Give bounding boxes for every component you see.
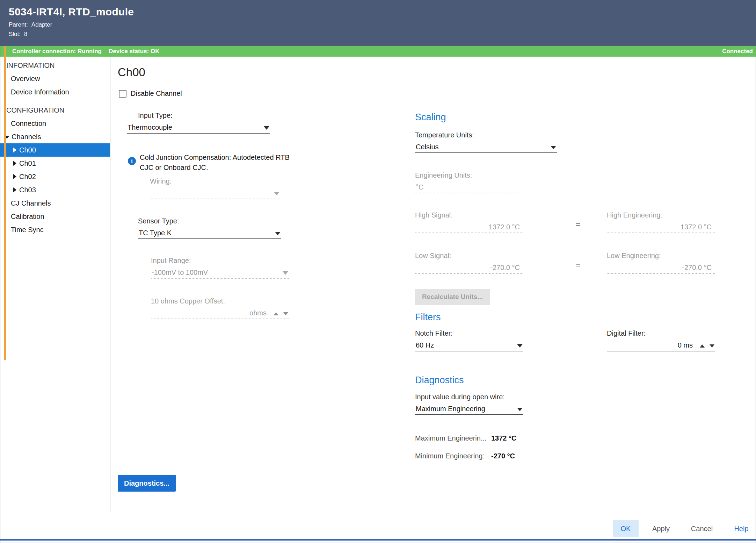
wiring-label: Wiring: [150,177,280,185]
chevron-down-icon [264,126,269,130]
device-status: Device status: OK [109,48,160,55]
sidebar-item-label: CJ Channels [11,199,51,207]
spinner-down-icon[interactable] [710,344,714,348]
wiring-dropdown [150,188,280,199]
chevron-right-icon [13,161,16,166]
chevron-right-icon [13,148,16,152]
recalculate-units-button: Recalculate Units... [415,289,490,305]
sidebar-item-ch03[interactable]: Ch03 [0,183,110,197]
sidebar-item-overview[interactable]: Overview [0,72,110,85]
notch-filter-field: Notch Filter: 60 Hz [415,329,523,351]
sidebar-item-device-information[interactable]: Device Information [0,85,110,99]
chevron-right-icon [13,174,16,179]
parent-value: Adapter [31,21,52,28]
sensor-type-field: Sensor Type: TC Type K [138,217,281,239]
sidebar-item-ch01[interactable]: Ch01 [0,157,110,170]
high-engineering-label: High Engineering: [607,211,715,219]
input-range-dropdown: -100mV to 100mV [151,267,289,279]
slot-row: Slot:8 [9,31,756,38]
high-engineering-input: 1372.0 °C [607,222,715,233]
equals-sign: = [576,261,580,270]
low-engineering-value: -270.0 °C [682,264,712,272]
sidebar-item-label: Overview [11,75,40,83]
low-signal-label: Low Signal: [415,251,523,260]
info-icon: i [128,157,136,165]
high-engineering-value: 1372.0 °C [681,223,712,231]
cancel-button[interactable]: Cancel [685,520,719,537]
low-engineering-input: -270.0 °C [607,263,715,274]
sensor-type-dropdown[interactable]: TC Type K [138,228,281,239]
notch-filter-dropdown[interactable]: 60 Hz [415,340,523,351]
chevron-right-icon [13,187,16,192]
section-header-label: CONFIGURATION [6,106,64,114]
input-range-value: -100mV to 100mV [152,269,208,277]
low-signal-input: -270.0 °C [415,263,523,274]
low-engineering-field: Low Engineering: -270.0 °C [607,251,715,274]
temperature-units-value: Celsius [416,143,439,151]
sidebar-item-ch00[interactable]: Ch00 [0,143,110,157]
sidebar: INFORMATION Overview Device Information … [0,57,110,543]
input-range-field: Input Range: -100mV to 100mV [151,256,289,279]
sidebar-item-label: Calibration [11,213,44,221]
chevron-down-icon [274,192,279,195]
digital-filter-label: Digital Filter: [607,329,715,337]
sidebar-item-channels[interactable]: Channels [0,130,110,143]
cjc-note: Cold Junction Compensation: Autodetected… [140,152,311,173]
engineering-units-field: Engineering Units: °C [415,171,520,193]
copper-offset-spin-buttons [274,312,288,315]
sidebar-item-ch02[interactable]: Ch02 [0,170,110,183]
sidebar-item-time-sync[interactable]: Time Sync [0,223,110,236]
open-wire-dropdown[interactable]: Maximum Engineering [415,404,523,415]
max-engineering-value: 1372 °C [491,434,517,442]
spinner-up-icon[interactable] [700,344,705,348]
input-type-value: Thermocouple [128,123,172,131]
input-type-dropdown[interactable]: Thermocouple [127,122,270,134]
window-bottom-accent [0,539,756,541]
sidebar-item-label: Channels [12,133,41,141]
help-button[interactable]: Help [727,520,755,537]
open-wire-field: Input value during open wire: Maximum En… [415,393,523,415]
high-signal-field: High Signal: 1372.0 °C [415,211,523,233]
apply-button[interactable]: Apply [644,520,678,537]
input-type-field: Input Type: Thermocouple [127,111,270,134]
chevron-down-icon [517,408,523,411]
chevron-down-icon [551,146,556,149]
slot-value: 8 [24,31,27,37]
chevron-down-icon [517,344,523,348]
sidebar-item-calibration[interactable]: Calibration [0,210,110,223]
sidebar-item-cj-channels[interactable]: CJ Channels [0,197,110,210]
chevron-down-icon [275,232,281,235]
page-title: Ch00 [118,66,145,79]
sidebar-item-label: Ch02 [19,173,36,181]
open-wire-label: Input value during open wire: [415,393,523,401]
notch-filter-label: Notch Filter: [415,329,523,337]
sidebar-section-information: INFORMATION [0,59,110,72]
sidebar-item-label: Ch00 [19,146,36,154]
engineering-units-value: °C [416,183,423,191]
controller-connection-status: Controller connection: Running [12,48,102,55]
window-title: 5034-IRT4I, RTD_module [9,6,756,18]
diagnostics-heading: Diagnostics [415,375,464,386]
cjc-note-line2: CJC or Onboard CJC. [140,163,311,173]
digital-filter-stepper[interactable]: 0 ms [607,340,715,351]
body-row: INFORMATION Overview Device Information … [0,57,756,543]
copper-offset-unit: ohms [249,309,267,317]
connected-status: Connected [722,48,753,55]
sidebar-item-connection[interactable]: Connection [0,117,110,130]
diagnostics-button[interactable]: Diagnostics... [118,475,176,492]
open-wire-value: Maximum Engineering [416,405,485,413]
low-signal-field: Low Signal: -270.0 °C [415,251,523,274]
temperature-units-dropdown[interactable]: Celsius [415,142,557,153]
module-properties-window: 5034-IRT4I, RTD_module Parent:Adapter Sl… [0,0,756,543]
disable-channel-label: Disable Channel [131,90,182,98]
filters-heading: Filters [415,312,441,323]
digital-filter-spin-buttons[interactable] [700,344,714,348]
section-header-label: INFORMATION [6,62,55,70]
copper-offset-label: 10 ohms Copper Offset: [151,297,289,305]
status-bar: Controller connection: Running Device st… [0,46,756,57]
ok-button[interactable]: OK [613,520,639,537]
sidebar-item-label: Device Information [11,88,69,96]
disable-channel-checkbox[interactable] [119,90,126,98]
titlebar: 5034-IRT4I, RTD_module Parent:Adapter Sl… [0,0,756,46]
engineering-units-label: Engineering Units: [415,171,520,179]
